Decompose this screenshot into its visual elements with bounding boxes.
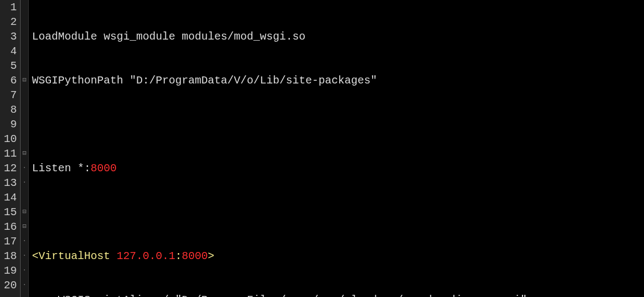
fold-marker[interactable]: [21, 117, 28, 132]
code-text: Listen *:: [32, 162, 91, 175]
code-line: [32, 117, 533, 132]
code-text: WSGIPythonPath "D:/ProgramData/V/o/Lib/s…: [32, 74, 377, 87]
fold-marker[interactable]: [21, 88, 28, 102]
line-number: 3: [2, 29, 17, 44]
line-number: 8: [2, 102, 17, 117]
line-number: 2: [2, 15, 17, 29]
fold-marker[interactable]: [21, 59, 28, 73]
line-number: 1: [2, 0, 17, 15]
fold-marker[interactable]: ·: [21, 161, 28, 176]
line-number: 9: [2, 117, 17, 132]
colon: :: [175, 250, 182, 262]
line-number: 16: [2, 219, 17, 234]
line-number: 15: [2, 205, 17, 219]
code-line: Listen *:8000: [32, 161, 533, 176]
code-editor: 1 2 3 4 5 6 7 8 9 10 11 12 13 14 15 16 1…: [0, 0, 644, 297]
code-number: 127.0.0.1: [117, 250, 175, 262]
code-line: WSGIScriptAlias / "D:/ProgramFiles/wamp/…: [32, 293, 533, 297]
fold-marker[interactable]: ·: [21, 263, 28, 278]
line-number: 4: [2, 44, 17, 59]
line-number: 11: [2, 146, 17, 161]
code-line: WSGIPythonPath "D:/ProgramData/V/o/Lib/s…: [32, 73, 533, 88]
fold-marker[interactable]: ·: [21, 234, 28, 249]
line-number: 12: [2, 161, 17, 176]
code-text: LoadModule wsgi_module modules/mod_wsgi.…: [32, 30, 305, 43]
line-number: 13: [2, 176, 17, 190]
line-number: 6: [2, 73, 17, 88]
fold-marker[interactable]: [21, 102, 28, 117]
fold-marker[interactable]: ·: [21, 176, 28, 190]
line-number-gutter: 1 2 3 4 5 6 7 8 9 10 11 12 13 14 15 16 1…: [0, 0, 21, 297]
line-number: 14: [2, 190, 17, 205]
code-area[interactable]: LoadModule wsgi_module modules/mod_wsgi.…: [29, 0, 533, 297]
fold-marker[interactable]: ⊟: [21, 205, 28, 219]
line-number: 20: [2, 278, 17, 293]
code-text: WSGIScriptAlias / "D:/ProgramFiles/wamp/…: [32, 294, 527, 297]
code-number: 8000: [182, 250, 208, 262]
fold-marker[interactable]: ·: [21, 278, 28, 293]
line-number: 18: [2, 249, 17, 263]
fold-marker[interactable]: [21, 44, 28, 59]
fold-marker[interactable]: ⊟: [21, 73, 28, 88]
line-number: 10: [2, 132, 17, 146]
fold-gutter: ⊟ ⊟ · · ⊟ ⊟ · · · ·: [21, 0, 29, 297]
fold-marker[interactable]: [21, 190, 28, 205]
fold-marker[interactable]: ⊟: [21, 146, 28, 161]
angle-close: >: [208, 250, 214, 262]
tag-name: VirtualHost: [39, 250, 117, 262]
fold-marker[interactable]: ⊟: [21, 219, 28, 234]
code-number: 8000: [91, 162, 117, 175]
fold-marker[interactable]: [21, 15, 28, 29]
fold-marker[interactable]: [21, 29, 28, 44]
fold-marker[interactable]: ·: [21, 249, 28, 263]
line-number: 5: [2, 59, 17, 73]
code-line: [32, 205, 533, 219]
line-number: 17: [2, 234, 17, 249]
line-number: 19: [2, 263, 17, 278]
code-line: LoadModule wsgi_module modules/mod_wsgi.…: [32, 29, 533, 44]
code-line: <VirtualHost 127.0.0.1:8000>: [32, 249, 533, 263]
line-number: 7: [2, 88, 17, 102]
angle-open: <: [32, 250, 39, 262]
fold-marker[interactable]: [21, 132, 28, 146]
fold-marker[interactable]: [21, 0, 28, 15]
